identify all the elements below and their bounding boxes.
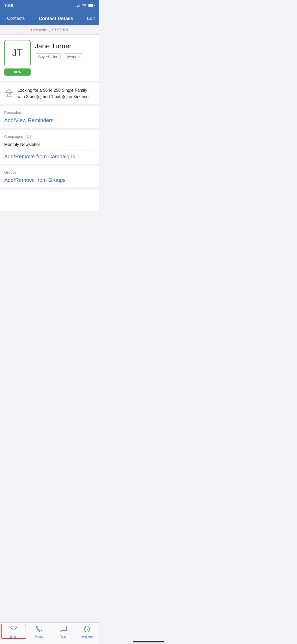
campaign-name: Monthly Newsletter xyxy=(4,142,40,147)
avatar: JT xyxy=(4,40,31,66)
campaigns-label: Campaigns xyxy=(4,135,23,139)
add-remove-campaigns-link[interactable]: Add/Remove from Campaigns xyxy=(4,154,95,160)
status-time: 7:58 xyxy=(4,3,13,8)
reminders-section: Reminders Add/View Reminders xyxy=(0,106,99,130)
last-activity-text: Last activity 1/15/2020 xyxy=(31,28,68,32)
add-remove-groups-link[interactable]: Add/Remove from Groups xyxy=(4,177,95,183)
avatar-section: JT NEW xyxy=(4,40,31,76)
campaigns-count-badge: 1 xyxy=(25,134,31,139)
last-activity-bar: Last activity 1/15/2020 xyxy=(0,25,99,35)
campaigns-header: Campaigns 1 xyxy=(4,134,95,139)
avatar-initials: JT xyxy=(12,48,23,59)
battery-icon xyxy=(88,4,95,8)
add-view-reminders-link[interactable]: Add/View Reminders xyxy=(4,117,95,123)
wifi-icon xyxy=(82,4,86,8)
groups-section: Groups Add/Remove from Groups xyxy=(0,166,99,190)
edit-button[interactable]: Edit xyxy=(87,16,95,21)
svg-point-0 xyxy=(84,7,84,7)
reminders-label: Reminders xyxy=(4,111,95,115)
contact-info: Jane Turner BuyerSeller Website xyxy=(35,40,95,60)
campaign-item: Monthly Newsletter xyxy=(4,142,95,150)
house-icon xyxy=(4,88,14,99)
svg-rect-3 xyxy=(94,5,95,6)
back-chevron-icon: ‹ xyxy=(4,16,6,22)
campaigns-section: Campaigns 1 Monthly Newsletter Add/Remov… xyxy=(0,130,99,166)
contact-tags: BuyerSeller Website xyxy=(35,53,95,60)
back-button[interactable]: ‹ Contacts xyxy=(4,16,25,22)
svg-rect-5 xyxy=(8,94,9,96)
svg-rect-6 xyxy=(10,94,11,95)
back-label: Contacts xyxy=(7,16,25,21)
tag-website: Website xyxy=(63,53,83,60)
contact-header: JT NEW Jane Turner BuyerSeller Website xyxy=(0,35,99,83)
tag-buyer-seller: BuyerSeller xyxy=(35,53,61,60)
svg-rect-2 xyxy=(88,4,93,7)
page-title: Contact Details xyxy=(39,16,73,21)
content: JT NEW Jane Turner BuyerSeller Website L… xyxy=(0,35,99,211)
status-bar: 7:58 xyxy=(0,0,99,12)
property-section: Looking for a $644,250 Single Family wit… xyxy=(0,83,99,106)
signal-icon xyxy=(76,4,80,7)
property-description: Looking for a $644,250 Single Family wit… xyxy=(17,87,95,100)
status-icons xyxy=(76,4,95,8)
status-badge: NEW xyxy=(4,68,31,76)
contact-name: Jane Turner xyxy=(35,42,95,50)
groups-label: Groups xyxy=(4,170,95,174)
nav-bar: ‹ Contacts Contact Details Edit xyxy=(0,12,99,25)
